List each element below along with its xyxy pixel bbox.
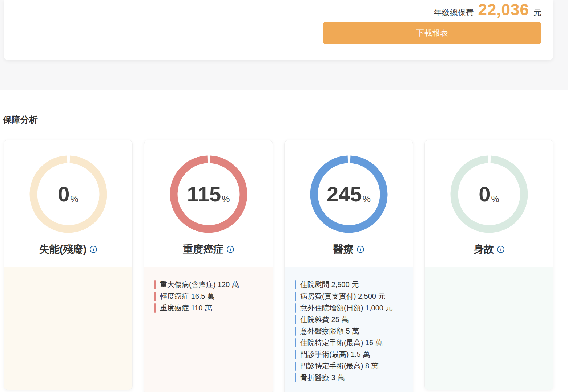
- card-title-row: 身故 i: [425, 242, 553, 256]
- section-title: 保障分析: [0, 90, 568, 126]
- benefit-item: 門診特定手術(最高) 8 萬: [295, 360, 407, 372]
- percent-number: 115: [187, 184, 221, 205]
- benefit-item-bar: [295, 362, 296, 371]
- donut-chart: 0%: [29, 155, 107, 233]
- donut-chart: 245%: [310, 155, 388, 233]
- donut-chart: 115%: [170, 155, 247, 233]
- page-background-band: [0, 60, 568, 90]
- percent-number: 0: [58, 184, 69, 205]
- coverage-cards-row: 0% 失能(殘廢) i 115% 重度癌症 i 重大傷病(含癌症) 120 萬輕…: [0, 126, 568, 392]
- analysis-section: 保障分析 0% 失能(殘廢) i 115% 重度癌症 i: [0, 90, 568, 392]
- benefit-item: 門診手術(最高) 1.5 萬: [295, 348, 407, 360]
- benefit-item-bar: [295, 315, 296, 324]
- benefit-list: [425, 267, 553, 390]
- benefit-item-text: 門診手術(最高) 1.5 萬: [300, 350, 370, 359]
- card-title-row: 失能(殘廢) i: [4, 242, 132, 256]
- benefit-item-bar: [295, 280, 296, 289]
- benefit-item-text: 輕度癌症 16.5 萬: [160, 291, 214, 301]
- benefit-item: 骨折醫療 3 萬: [295, 372, 407, 383]
- annual-premium-unit: 元: [533, 7, 541, 18]
- top-strip: 年繳總保費 22,036 元 下載報表: [0, 0, 568, 90]
- benefit-item: 重大傷病(含癌症) 120 萬: [154, 279, 267, 290]
- percent-number: 245: [327, 184, 362, 205]
- card-title-row: 重度癌症 i: [144, 242, 273, 256]
- benefit-item-bar: [295, 327, 296, 336]
- coverage-card: 0% 身故 i: [424, 140, 553, 390]
- annual-premium: 年繳總保費 22,036 元: [434, 1, 541, 19]
- benefit-item: 病房費(實支實付) 2,500 元: [295, 290, 407, 302]
- percent-sign: %: [363, 195, 371, 204]
- donut-percent: 0%: [29, 155, 107, 233]
- percent-sign: %: [491, 195, 499, 204]
- coverage-card: 245% 醫療 i 住院慰問 2,500 元病房費(實支實付) 2,500 元意…: [284, 140, 413, 392]
- benefit-item-text: 住院慰問 2,500 元: [300, 280, 359, 290]
- benefit-item: 意外住院增額(日額) 1,000 元: [295, 302, 407, 314]
- donut-percent: 115%: [170, 155, 247, 233]
- donut-chart: 0%: [450, 155, 528, 233]
- benefit-item: 重度癌症 110 萬: [154, 302, 267, 314]
- benefit-item-text: 門診特定手術(最高) 8 萬: [300, 361, 379, 371]
- benefit-item-text: 病房費(實支實付) 2,500 元: [300, 291, 385, 301]
- benefit-item-text: 住院特定手術(最高) 16 萬: [300, 338, 383, 348]
- card-title: 失能(殘廢): [39, 242, 87, 256]
- benefit-item: 意外醫療限額 5 萬: [295, 325, 407, 337]
- coverage-card: 115% 重度癌症 i 重大傷病(含癌症) 120 萬輕度癌症 16.5 萬重度…: [144, 140, 273, 392]
- benefit-item-bar: [295, 303, 296, 313]
- info-icon[interactable]: i: [90, 246, 97, 253]
- benefit-item-bar: [154, 292, 156, 301]
- card-title: 身故: [474, 242, 494, 256]
- card-title: 重度癌症: [183, 242, 223, 256]
- card-title: 醫療: [333, 242, 354, 256]
- benefit-item-bar: [295, 292, 296, 301]
- benefit-item: 住院特定手術(最高) 16 萬: [295, 337, 407, 348]
- benefit-item-text: 重大傷病(含癌症) 120 萬: [160, 280, 239, 290]
- benefit-item: 住院雜費 25 萬: [295, 314, 407, 325]
- benefit-list: 重大傷病(含癌症) 120 萬輕度癌症 16.5 萬重度癌症 110 萬: [144, 267, 273, 392]
- benefit-item-bar: [295, 338, 296, 347]
- benefit-item-bar: [295, 350, 296, 359]
- donut-percent: 0%: [450, 155, 528, 233]
- benefit-item: 住院慰問 2,500 元: [295, 279, 407, 290]
- premium-summary-card: 年繳總保費 22,036 元 下載報表: [4, 0, 553, 60]
- info-icon[interactable]: i: [227, 246, 234, 253]
- benefit-item-text: 骨折醫療 3 萬: [300, 373, 345, 383]
- benefit-item-bar: [295, 373, 296, 382]
- benefit-item-text: 意外住院增額(日額) 1,000 元: [300, 303, 392, 313]
- annual-premium-value: 22,036: [478, 1, 529, 19]
- benefit-list: 住院慰問 2,500 元病房費(實支實付) 2,500 元意外住院增額(日額) …: [285, 267, 413, 392]
- benefit-item-text: 意外醫療限額 5 萬: [300, 326, 359, 336]
- info-icon[interactable]: i: [497, 246, 504, 253]
- annual-premium-label: 年繳總保費: [434, 7, 474, 18]
- benefit-item-bar: [154, 303, 156, 313]
- benefit-item-text: 住院雜費 25 萬: [300, 315, 349, 324]
- percent-sign: %: [222, 195, 230, 204]
- donut-percent: 245%: [310, 155, 388, 233]
- percent-number: 0: [479, 184, 490, 205]
- download-report-button[interactable]: 下載報表: [323, 22, 541, 44]
- benefit-item: 輕度癌症 16.5 萬: [154, 290, 267, 302]
- benefit-item-text: 重度癌症 110 萬: [160, 303, 212, 313]
- info-icon[interactable]: i: [357, 246, 364, 253]
- benefit-item-bar: [154, 280, 156, 289]
- coverage-card: 0% 失能(殘廢) i: [4, 140, 133, 390]
- benefit-list: [4, 267, 132, 390]
- percent-sign: %: [71, 195, 78, 204]
- card-title-row: 醫療 i: [285, 242, 413, 256]
